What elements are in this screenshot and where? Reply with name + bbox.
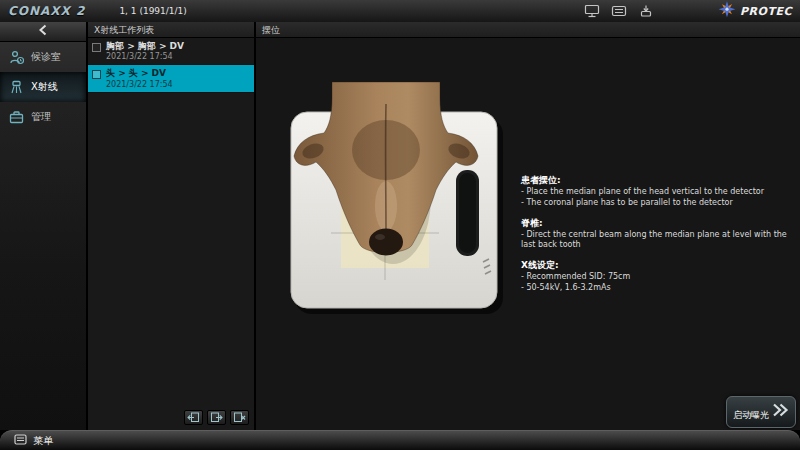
worklist-row-date: 2021/3/22 17:54: [106, 80, 173, 89]
remove-icon: [233, 412, 246, 423]
remove-button[interactable]: [230, 410, 249, 425]
sidebar-item-xray[interactable]: X射线: [0, 72, 86, 102]
workstation-icon[interactable]: [583, 3, 601, 18]
double-chevron-right-icon: [771, 402, 789, 422]
back-button[interactable]: [0, 22, 86, 42]
xray-icon: [9, 80, 24, 95]
instruction-line: - Recommended SID: 75cm: [521, 272, 789, 283]
worklist-panel: X射线工作列表 胸部 > 胸部 > DV 2021/3/22 17:54 头 >…: [88, 22, 254, 430]
sidebar: 候诊室 X射线 管理: [0, 22, 86, 430]
send-back-button[interactable]: [184, 410, 203, 425]
instruction-heading: 患者摆位:: [521, 174, 789, 187]
sidebar-item-waiting-room[interactable]: 候诊室: [0, 42, 86, 72]
worklist-row-path: 头 > 头 > DV: [106, 68, 173, 79]
titlebar: CONAXX 2 1, 1 (1991/1/1) PROTEC: [0, 0, 800, 22]
instruction-line: - Direct the central beam along the medi…: [521, 230, 789, 252]
menu-button[interactable]: 菜单: [14, 434, 53, 448]
bottom-bar: 菜单: [0, 430, 800, 450]
worklist-title: X射线工作列表: [88, 22, 254, 38]
worklist-row-date: 2021/3/22 17:54: [106, 52, 184, 61]
worklist-row-head[interactable]: 头 > 头 > DV 2021/3/22 17:54: [88, 65, 254, 92]
start-exposure-button[interactable]: 启动曝光: [726, 396, 796, 428]
brand-name: PROTEC: [740, 5, 792, 18]
instruction-line: - The coronal plane has to be parallel t…: [521, 198, 789, 209]
titlebar-icons: [583, 3, 655, 18]
worklist-actions: [184, 410, 249, 425]
row-checkbox[interactable]: [92, 43, 101, 52]
chevron-left-icon: [37, 22, 49, 41]
app-logo: CONAXX 2: [8, 4, 85, 18]
send-back-icon: [187, 412, 200, 423]
menu-icon: [14, 434, 27, 447]
instruction-heading: 脊椎:: [521, 217, 789, 230]
instruction-heading: X线设定:: [521, 259, 789, 272]
positioning-title: 摆位: [256, 22, 800, 38]
brand-logo: PROTEC: [718, 0, 792, 22]
worklist-row-path: 胸部 > 胸部 > DV: [106, 41, 184, 52]
waiting-room-icon: [9, 50, 24, 65]
detector-icon[interactable]: [610, 3, 628, 18]
sidebar-item-label: X射线: [31, 80, 58, 94]
positioning-instructions: 患者摆位: - Place the median plane of the he…: [521, 174, 789, 294]
protec-star-icon: [718, 1, 736, 22]
instruction-line: - Place the median plane of the head ver…: [521, 187, 789, 198]
start-exposure-label: 启动曝光: [733, 409, 769, 422]
export-button[interactable]: [207, 410, 226, 425]
export-icon: [210, 412, 223, 423]
instruction-line: - 50-54kV, 1.6-3.2mAs: [521, 283, 789, 294]
worklist-row-chest[interactable]: 胸部 > 胸部 > DV 2021/3/22 17:54: [88, 38, 254, 65]
patient-info: 1, 1 (1991/1/1): [119, 6, 186, 16]
sidebar-item-label: 管理: [31, 110, 51, 124]
sidebar-item-label: 候诊室: [31, 50, 61, 64]
management-icon: [9, 110, 24, 125]
positioning-panel: 摆位: [256, 22, 800, 430]
row-checkbox[interactable]: [92, 70, 101, 79]
positioning-scene: 患者摆位: - Place the median plane of the he…: [256, 38, 800, 430]
conaxx-app-window: CONAXX 2 1, 1 (1991/1/1) PROTEC: [0, 0, 800, 450]
service-icon[interactable]: [637, 3, 655, 18]
menu-label: 菜单: [33, 434, 53, 448]
sidebar-item-management[interactable]: 管理: [0, 102, 86, 132]
